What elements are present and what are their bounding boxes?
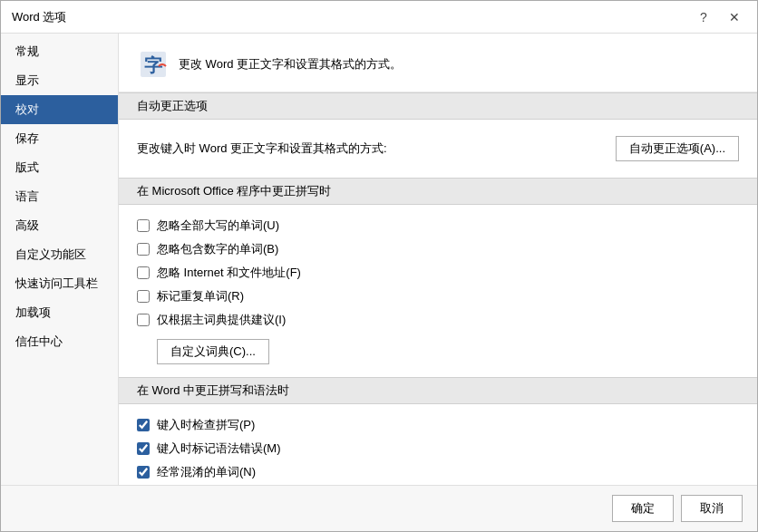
autocorrect-row-label: 更改键入时 Word 更正文字和设置其格式的方式: xyxy=(137,140,605,157)
checkbox-row-check-grammar: 随拼写检查语法(H) xyxy=(137,484,739,485)
spelling-section-body: 忽略全部大写的单词(U) 忽略包含数字的单词(B) 忽略 Internet 和文… xyxy=(119,205,757,377)
autocorrect-section-header: 自动更正选项 xyxy=(119,92,757,120)
checkbox-row-ignore-caps: 忽略全部大写的单词(U) xyxy=(137,214,739,237)
custom-dict-button[interactable]: 自定义词典(C)... xyxy=(157,339,269,364)
ignore-numbers-label: 忽略包含数字的单词(B) xyxy=(157,241,278,257)
checkbox-row-check-spelling: 键入时检查拼写(P) xyxy=(137,413,739,437)
check-spelling-checkbox[interactable] xyxy=(137,419,150,431)
checkbox-row-main-dict-only: 仅根据主词典提供建议(I) xyxy=(137,308,739,332)
sidebar-item-addins[interactable]: 加载项 xyxy=(1,298,118,327)
dialog-body: 常规 显示 校对 保存 版式 语言 高级 自定义功能区 快速访问工具栏 加载项 … xyxy=(1,34,757,485)
sidebar-item-style[interactable]: 版式 xyxy=(1,153,118,182)
sidebar-item-proofing[interactable]: 校对 xyxy=(1,95,118,124)
mark-grammar-checkbox[interactable] xyxy=(137,442,150,455)
checkbox-row-mark-grammar: 键入时标记语法错误(M) xyxy=(137,437,739,460)
main-content: 字 更改 Word 更正文字和设置其格式的方式。 自动更正选项 更改键入时 Wo… xyxy=(119,34,757,485)
cancel-button[interactable]: 取消 xyxy=(681,495,743,522)
checkbox-row-mixed-words: 经常混淆的单词(N) xyxy=(137,460,739,484)
sidebar: 常规 显示 校对 保存 版式 语言 高级 自定义功能区 快速访问工具栏 加载项 … xyxy=(1,34,119,485)
ignore-caps-label: 忽略全部大写的单词(U) xyxy=(157,218,279,234)
sidebar-item-save[interactable]: 保存 xyxy=(1,124,118,153)
close-button[interactable]: ✕ xyxy=(723,5,746,29)
main-dict-only-label: 仅根据主词典提供建议(I) xyxy=(157,312,286,328)
autocorrect-section-body: 更改键入时 Word 更正文字和设置其格式的方式: 自动更正选项(A)... xyxy=(119,120,757,178)
sidebar-item-customize-ribbon[interactable]: 自定义功能区 xyxy=(1,240,118,269)
dialog-footer: 确定 取消 xyxy=(1,485,757,531)
spelling-section: 在 Microsoft Office 程序中更正拼写时 忽略全部大写的单词(U)… xyxy=(119,178,757,377)
checkbox-row-ignore-internet: 忽略 Internet 和文件地址(F) xyxy=(137,261,739,285)
ok-button[interactable]: 确定 xyxy=(612,495,674,522)
grammar-section-body: 键入时检查拼写(P) 键入时标记语法错误(M) 经常混淆的单词(N) 随拼写检查… xyxy=(119,404,757,485)
main-dict-only-checkbox[interactable] xyxy=(137,314,150,326)
mixed-words-label: 经常混淆的单词(N) xyxy=(157,464,256,480)
autocorrect-row: 更改键入时 Word 更正文字和设置其格式的方式: 自动更正选项(A)... xyxy=(137,129,739,169)
sidebar-item-general[interactable]: 常规 xyxy=(1,37,118,66)
title-bar: Word 选项 ? ✕ xyxy=(1,1,757,34)
mark-grammar-label: 键入时标记语法错误(M) xyxy=(157,440,281,457)
flag-repeated-label: 标记重复单词(R) xyxy=(157,288,244,305)
sidebar-item-language[interactable]: 语言 xyxy=(1,182,118,211)
checkbox-row-flag-repeated: 标记重复单词(R) xyxy=(137,285,739,308)
header-text: 更改 Word 更正文字和设置其格式的方式。 xyxy=(179,56,402,73)
sidebar-item-quick-access[interactable]: 快速访问工具栏 xyxy=(1,269,118,298)
grammar-section-header: 在 Word 中更正拼写和语法时 xyxy=(119,377,757,404)
spelling-section-header: 在 Microsoft Office 程序中更正拼写时 xyxy=(119,178,757,205)
word-options-dialog: Word 选项 ? ✕ 常规 显示 校对 保存 版式 语言 高级 自定义功能区 … xyxy=(0,0,758,532)
mixed-words-checkbox[interactable] xyxy=(137,466,150,479)
autocorrect-options-button[interactable]: 自动更正选项(A)... xyxy=(616,136,739,161)
proofing-icon: 字 xyxy=(137,48,170,81)
ignore-numbers-checkbox[interactable] xyxy=(137,243,150,256)
title-bar-buttons: ? ✕ xyxy=(692,5,746,29)
dialog-title: Word 选项 xyxy=(12,9,66,25)
ignore-internet-checkbox[interactable] xyxy=(137,266,150,279)
sidebar-item-advanced[interactable]: 高级 xyxy=(1,211,118,240)
flag-repeated-checkbox[interactable] xyxy=(137,290,150,303)
sidebar-item-trust-center[interactable]: 信任中心 xyxy=(1,327,118,356)
ignore-caps-checkbox[interactable] xyxy=(137,219,150,232)
ignore-internet-label: 忽略 Internet 和文件地址(F) xyxy=(157,265,301,281)
main-header: 字 更改 Word 更正文字和设置其格式的方式。 xyxy=(119,34,757,92)
help-button[interactable]: ? xyxy=(692,5,715,29)
autocorrect-section: 自动更正选项 更改键入时 Word 更正文字和设置其格式的方式: 自动更正选项(… xyxy=(119,92,757,178)
grammar-section: 在 Word 中更正拼写和语法时 键入时检查拼写(P) 键入时标记语法错误(M)… xyxy=(119,377,757,485)
checkbox-row-ignore-numbers: 忽略包含数字的单词(B) xyxy=(137,237,739,261)
check-spelling-label: 键入时检查拼写(P) xyxy=(157,417,255,433)
sidebar-item-display[interactable]: 显示 xyxy=(1,66,118,95)
